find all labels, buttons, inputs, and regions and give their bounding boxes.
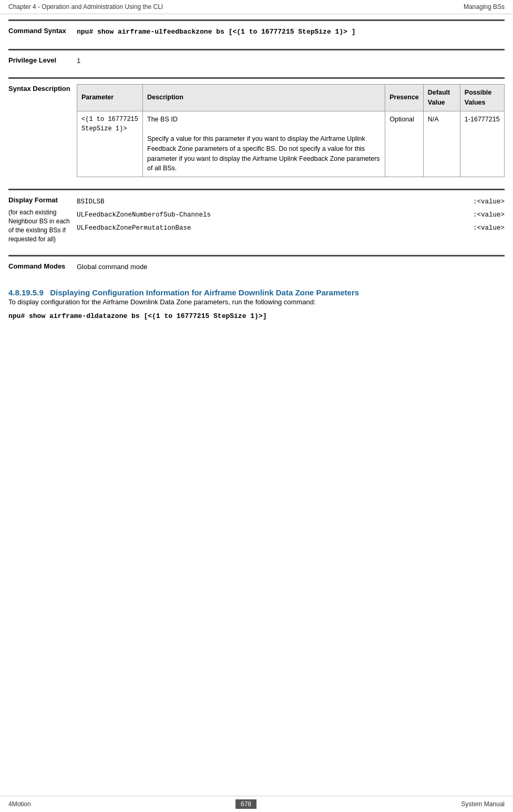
col-parameter: Parameter [77,85,143,111]
page-header: Chapter 4 - Operation and Administration… [0,0,513,14]
display-format-label: Display Format (for each existing Neighb… [8,196,77,243]
syntax-description-content: Parameter Description Presence Default V… [77,84,505,177]
display-line-1: BSIDLSB :<value> [77,196,505,209]
col-possible-values: Possible Values [460,85,504,111]
table-row: <(1 to 16777215StepSize 1)> The BS ID Sp… [77,111,505,177]
display-format-sublabel: (for each existing Neighbour BS in each … [8,208,71,243]
syntax-description-section: Syntax Description Parameter Description… [8,77,505,182]
display-format-content: BSIDLSB :<value> ULFeedbackZoneNumberofS… [77,196,505,243]
command-syntax-text: npu# show airframe-ulfeedbackzone bs [<(… [77,28,356,36]
subsection-number: 4.8.19.5.9 [8,288,44,297]
subsection-body: To display configuration for the Airfram… [8,297,505,307]
header-left: Chapter 4 - Operation and Administration… [8,3,163,11]
syntax-description-label: Syntax Description [8,84,77,177]
privilege-level-content: 1 [77,56,505,66]
command-syntax-section: Command Syntax npu# show airframe-ulfeed… [8,19,505,43]
footer-right: System Manual [461,800,505,808]
col-description: Description [143,85,385,111]
subsection-heading: 4.8.19.5.9 Displaying Configuration Info… [8,288,505,297]
display-format-section: Display Format (for each existing Neighb… [8,189,505,249]
subsection-command: npu# show airframe-dldatazone bs [<(1 to… [8,312,505,320]
page-footer: 4Motion 678 System Manual [0,796,513,812]
privilege-level-section: Privilege Level 1 [8,49,505,71]
command-syntax-label: Command Syntax [8,26,77,37]
cell-possible-values: 1-16777215 [460,111,504,177]
header-right: Managing BSs [464,3,505,11]
command-syntax-content: npu# show airframe-ulfeedbackzone bs [<(… [77,26,505,37]
col-default-value: Default Value [423,85,460,111]
command-modes-section: Command Modes Global command mode [8,255,505,277]
cell-description: The BS ID Specify a value for this param… [143,111,385,177]
display-line-3: ULFeedbackZonePermutationBase :<value> [77,222,505,235]
cell-default-value: N/A [423,111,460,177]
footer-page-number: 678 [235,799,256,809]
footer-left: 4Motion [8,800,31,808]
command-modes-label: Command Modes [8,262,77,272]
page-content: Command Syntax npu# show airframe-ulfeed… [0,14,513,367]
command-modes-content: Global command mode [77,262,505,272]
privilege-level-label: Privilege Level [8,56,77,66]
subsection-title: Displaying Configuration Information for… [50,288,359,297]
syntax-table: Parameter Description Presence Default V… [77,84,505,177]
col-presence: Presence [385,85,424,111]
cell-parameter: <(1 to 16777215StepSize 1)> [77,111,143,177]
display-line-2: ULFeedbackZoneNumberofSub-Channels :<val… [77,209,505,222]
cell-presence: Optional [385,111,424,177]
